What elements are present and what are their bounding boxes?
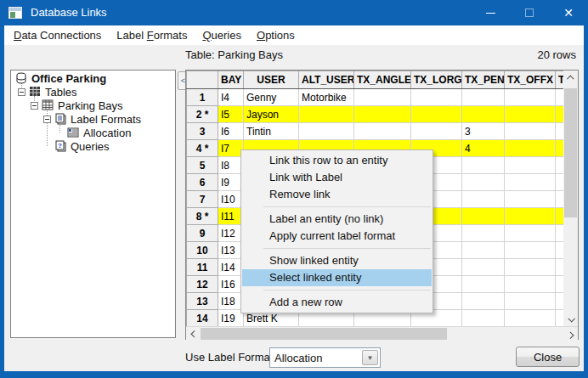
menu-options[interactable]: Options: [249, 26, 302, 44]
row-header[interactable]: 3: [187, 123, 218, 140]
grid-cell[interactable]: [556, 123, 564, 140]
close-button[interactable]: Close: [516, 347, 580, 367]
grid-cell[interactable]: [505, 191, 556, 208]
grid-cell[interactable]: [556, 225, 564, 242]
grid-cell[interactable]: [299, 106, 354, 123]
grid-cell[interactable]: [505, 157, 556, 174]
grid-cell[interactable]: [411, 106, 462, 123]
row-header[interactable]: 10: [187, 242, 218, 259]
row-header[interactable]: 11: [187, 259, 218, 276]
grid-cell[interactable]: I14: [218, 259, 244, 276]
grid-cell[interactable]: [556, 208, 564, 225]
grid-cell[interactable]: [556, 293, 564, 310]
context-menu-item[interactable]: Show linked entity: [241, 252, 433, 269]
grid-cell[interactable]: [505, 208, 556, 225]
grid-cell[interactable]: I5: [218, 106, 244, 123]
grid-cell[interactable]: Tintin: [244, 123, 299, 140]
row-header[interactable]: 2 *: [187, 106, 218, 123]
grid-cell[interactable]: I6: [218, 123, 244, 140]
grid-cell[interactable]: [354, 106, 411, 123]
grid-cell[interactable]: [556, 191, 564, 208]
column-header-t[interactable]: T: [556, 71, 564, 89]
dropdown-arrow-button[interactable]: ▼: [362, 350, 378, 365]
tree-item-allocation[interactable]: Allocation: [67, 126, 131, 139]
collapse-toggle[interactable]: [18, 88, 25, 96]
column-header-tx-offx[interactable]: TX_OFFX: [505, 71, 556, 89]
grid-cell[interactable]: Genny: [244, 89, 299, 106]
grid-cell[interactable]: [505, 293, 556, 310]
menu-queries[interactable]: Queries: [195, 26, 249, 44]
grid-cell[interactable]: [462, 225, 505, 242]
grid-cell[interactable]: I13: [218, 242, 244, 259]
grid-cell[interactable]: I12: [218, 225, 244, 242]
grid-cell[interactable]: [556, 89, 564, 106]
grid-cell[interactable]: [462, 276, 505, 293]
context-menu-item[interactable]: Link with Label: [241, 169, 433, 186]
grid-cell[interactable]: I16: [218, 276, 244, 293]
row-header[interactable]: 8 *: [187, 208, 218, 225]
grid-cell[interactable]: 3: [462, 123, 505, 140]
grid-cell[interactable]: [462, 310, 505, 327]
grid-cell[interactable]: [505, 106, 556, 123]
grid-cell[interactable]: I7: [218, 140, 244, 157]
tree-item-queries[interactable]: ? Queries: [54, 139, 110, 153]
context-menu-item[interactable]: Apply current label format: [241, 228, 433, 245]
context-menu-item[interactable]: Select linked entity: [242, 269, 432, 286]
column-header-tx-angle[interactable]: TX_ANGLE: [354, 71, 411, 89]
row-header[interactable]: 9: [187, 225, 218, 242]
column-header-tx-lorg[interactable]: TX_LORG: [411, 71, 462, 89]
grid-cell[interactable]: [462, 174, 505, 191]
context-menu-item[interactable]: Label an entity (no link): [241, 211, 433, 228]
grid-cell[interactable]: [556, 174, 564, 191]
context-menu-item[interactable]: Link this row to an entity: [241, 152, 433, 169]
grid-cell[interactable]: [411, 123, 462, 140]
grid-cell[interactable]: [505, 276, 556, 293]
row-header[interactable]: 4 *: [187, 140, 218, 157]
grid-cell[interactable]: I18: [218, 293, 244, 310]
scroll-right-button[interactable]: [563, 327, 578, 341]
row-header[interactable]: 7: [187, 191, 218, 208]
grid-cell[interactable]: 4: [462, 140, 505, 157]
row-header[interactable]: 1: [187, 89, 218, 106]
grid-cell[interactable]: [462, 157, 505, 174]
grid-cell[interactable]: [505, 123, 556, 140]
grid-cell[interactable]: [556, 140, 564, 157]
grid-cell[interactable]: I4: [218, 89, 244, 106]
menu-label-formats[interactable]: Label Formats: [109, 26, 195, 44]
column-header-user[interactable]: USER: [244, 71, 299, 89]
label-format-dropdown[interactable]: Allocation ▼: [269, 347, 381, 368]
grid-cell[interactable]: [556, 242, 564, 259]
grid-cell[interactable]: [505, 174, 556, 191]
grid-cell[interactable]: [462, 106, 505, 123]
grid-cell[interactable]: [462, 259, 505, 276]
tree-item-office-parking[interactable]: Office Parking: [15, 71, 106, 85]
grid-cell[interactable]: I9: [218, 174, 244, 191]
grid-cell[interactable]: [505, 259, 556, 276]
close-window-button[interactable]: ✕: [549, 0, 588, 25]
grid-cell[interactable]: [354, 89, 411, 106]
menu-data-connections[interactable]: Data Connections: [6, 26, 109, 44]
vertical-scroll-thumb[interactable]: [564, 88, 577, 217]
grid-cell[interactable]: [411, 89, 462, 106]
tree-item-tables[interactable]: Tables: [18, 85, 77, 99]
grid-cell[interactable]: [556, 276, 564, 293]
grid-cell[interactable]: I10: [218, 191, 244, 208]
vertical-scrollbar[interactable]: [563, 71, 578, 326]
scroll-up-button[interactable]: [563, 71, 578, 85]
horizontal-scrollbar[interactable]: [186, 326, 578, 341]
grid-cell[interactable]: [556, 259, 564, 276]
grid-cell[interactable]: [505, 310, 556, 327]
scroll-down-button[interactable]: [563, 312, 578, 326]
grid-cell[interactable]: [462, 208, 505, 225]
row-header[interactable]: 13: [187, 293, 218, 310]
maximize-button[interactable]: [510, 0, 549, 25]
context-menu-item[interactable]: Add a new row: [241, 294, 433, 311]
grid-cell[interactable]: [354, 123, 411, 140]
context-menu-item[interactable]: Remove link: [241, 186, 433, 203]
grid-cell[interactable]: [556, 106, 564, 123]
grid-cell[interactable]: I11: [218, 208, 244, 225]
row-header[interactable]: 14: [187, 310, 218, 327]
grid-cell[interactable]: [556, 310, 564, 327]
grid-cell[interactable]: Motorbike: [299, 89, 354, 106]
minimize-button[interactable]: [471, 0, 510, 25]
